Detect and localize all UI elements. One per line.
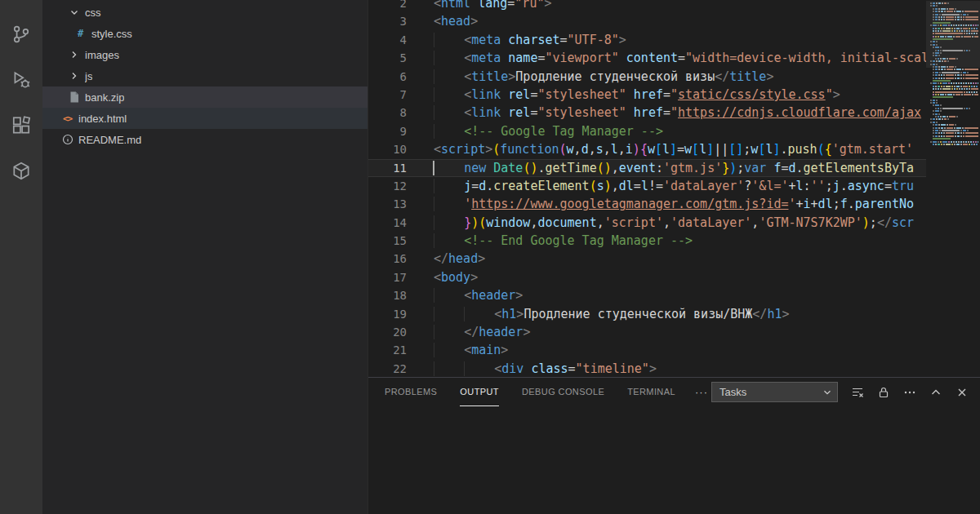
line-number: 11 [368, 159, 407, 177]
code-line-17[interactable]: 17<body> [368, 268, 980, 286]
indent-guide [434, 215, 464, 230]
code-line-8[interactable]: 8 <link rel="stylesheet" href="https://c… [368, 104, 980, 122]
output-channel-value: Tasks [719, 386, 746, 398]
code-lines: 2<html lang="ru">3<head>4 <meta charset=… [368, 0, 980, 377]
code-line-14[interactable]: 14 })(window,document,'script','dataLaye… [368, 214, 980, 232]
panel-tabs: PROBLEMSOUTPUTDEBUG CONSOLETERMINAL [385, 379, 675, 406]
indent-guide [464, 307, 494, 321]
indent-guide [434, 361, 464, 376]
code-line-5[interactable]: 5 <meta name="viewport" content="width=d… [368, 49, 980, 67]
code-line-9[interactable]: 9 <!-- Google Tag Manager --> [368, 122, 980, 140]
indent-guide [434, 124, 464, 139]
indent-guide [434, 343, 464, 357]
close-panel-icon[interactable] [956, 386, 969, 399]
line-number: 21 [368, 341, 407, 359]
tree-item-label: index.html [78, 113, 127, 125]
chevron-right-icon [67, 48, 81, 61]
run-and-debug-icon[interactable] [10, 69, 33, 91]
line-content: <script>(function(w,d,s,l,i){w[l]=w[l]||… [407, 140, 980, 158]
panel-tab-debug-console[interactable]: DEBUG CONSOLE [522, 379, 604, 406]
indent-guide [434, 233, 464, 248]
lock-icon[interactable] [877, 386, 890, 399]
code-line-16[interactable]: 16</head> [368, 250, 980, 268]
line-number: 5 [368, 49, 407, 67]
code-line-2[interactable]: 2<html lang="ru"> [368, 0, 980, 12]
code-line-6[interactable]: 6 <title>Продление студенческой визы</ti… [368, 68, 980, 86]
tree-item-js[interactable]: js [42, 65, 368, 86]
code-line-15[interactable]: 15 <!-- End Google Tag Manager --> [368, 232, 980, 250]
indent-guide [434, 105, 464, 120]
minimap[interactable] [926, 0, 980, 377]
explorer-sidebar: css#style.cssimagesjsbank.zip<>index.htm… [42, 0, 368, 514]
panel-header: PROBLEMSOUTPUTDEBUG CONSOLETERMINAL ··· … [368, 378, 980, 406]
line-content: <h1>Продление студенческой визы/ВНЖ</h1> [407, 305, 980, 323]
line-content: <meta name="viewport" content="width=dev… [407, 49, 980, 67]
indent-guide [434, 87, 464, 102]
line-content: 'https://www.googletagmanager.com/gtm.js… [407, 195, 980, 213]
line-number: 14 [368, 214, 407, 232]
code-line-20[interactable]: 20 </header> [368, 323, 980, 341]
indent-guide [434, 288, 464, 303]
code-line-3[interactable]: 3<head> [368, 12, 980, 30]
tree-item-images[interactable]: images [42, 44, 368, 65]
panel-tab-problems[interactable]: PROBLEMS [385, 379, 437, 406]
code-line-21[interactable]: 21 <main> [368, 341, 980, 359]
code-line-12[interactable]: 12 j=d.createElement(s),dl=l!='dataLayer… [368, 177, 980, 195]
indent-guide [434, 197, 464, 211]
panel-tab-output[interactable]: OUTPUT [460, 379, 499, 406]
line-number: 16 [368, 250, 407, 268]
code-line-19[interactable]: 19 <h1>Продление студенческой визы/ВНЖ</… [368, 305, 980, 323]
line-content: <!-- Google Tag Manager --> [407, 122, 980, 140]
tree-item-label: images [85, 49, 119, 61]
panel-controls: Tasks [711, 382, 969, 402]
indent-guide [434, 161, 464, 175]
line-number: 13 [368, 195, 407, 213]
more-actions-icon[interactable] [903, 386, 916, 399]
minimap-content [930, 2, 978, 145]
panel-tab-terminal[interactable]: TERMINAL [627, 379, 675, 406]
bottom-panel: PROBLEMSOUTPUTDEBUG CONSOLETERMINAL ··· … [368, 377, 980, 514]
chevron-down-icon [67, 6, 81, 19]
line-number: 19 [368, 305, 407, 323]
line-content: <meta charset="UTF-8"> [407, 31, 980, 49]
tree-item-label: README.md [78, 134, 141, 146]
line-number: 12 [368, 177, 407, 195]
line-content: <html lang="ru"> [407, 0, 980, 12]
clear-output-icon[interactable] [851, 386, 864, 399]
code-line-4[interactable]: 4 <meta charset="UTF-8"> [368, 31, 980, 49]
line-number: 2 [368, 0, 407, 12]
line-number: 20 [368, 323, 407, 341]
tree-item-style-css[interactable]: #style.css [42, 23, 368, 44]
chevron-down-icon [822, 387, 833, 398]
code-line-13[interactable]: 13 'https://www.googletagmanager.com/gtm… [368, 195, 980, 213]
tree-item-bank-zip[interactable]: bank.zip [42, 86, 368, 108]
source-control-icon[interactable] [10, 23, 33, 46]
line-content: <!-- End Google Tag Manager --> [407, 232, 980, 250]
line-number: 22 [368, 360, 407, 377]
line-number: 17 [368, 268, 407, 286]
panel-tabs-overflow-button[interactable]: ··· [695, 386, 708, 398]
line-content: <body> [407, 268, 980, 286]
code-editor[interactable]: 2<html lang="ru">3<head>4 <meta charset=… [368, 0, 980, 377]
code-line-11[interactable]: 11 new Date().getTime(),event:'gtm.js'})… [368, 159, 980, 177]
indent-guide [434, 51, 464, 65]
code-line-22[interactable]: 22 <div class="timeline"> [368, 360, 980, 377]
tree-item-css[interactable]: css [42, 2, 368, 23]
line-number: 4 [368, 31, 407, 49]
activity-bar [0, 0, 42, 514]
panel-output-content[interactable] [368, 406, 980, 514]
code-line-18[interactable]: 18 <header> [368, 286, 980, 304]
output-channel-dropdown[interactable]: Tasks [711, 382, 838, 402]
line-content: </head> [407, 250, 980, 268]
code-line-7[interactable]: 7 <link rel="stylesheet" href="static/cs… [368, 86, 980, 104]
cube-extension-icon[interactable] [10, 160, 33, 183]
tree-item-label: bank.zip [85, 91, 124, 104]
line-number: 8 [368, 104, 407, 122]
tree-item-readme-md[interactable]: README.md [42, 129, 368, 150]
line-content: <head> [407, 12, 980, 30]
line-number: 18 [368, 286, 407, 304]
tree-item-index-html[interactable]: <>index.html [42, 108, 368, 129]
code-line-10[interactable]: 10<script>(function(w,d,s,l,i){w[l]=w[l]… [368, 140, 980, 158]
maximize-panel-icon[interactable] [929, 386, 942, 399]
extensions-icon[interactable] [10, 114, 33, 137]
